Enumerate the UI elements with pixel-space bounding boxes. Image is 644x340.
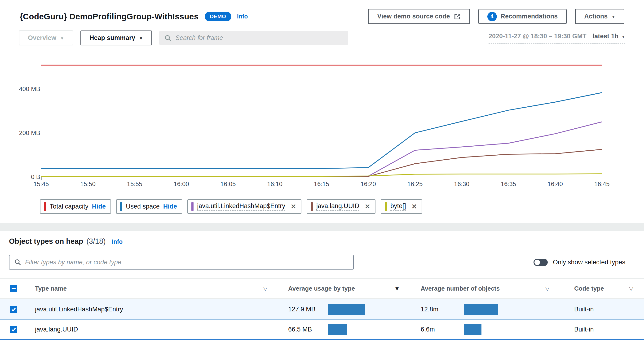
legend-swatch — [44, 202, 46, 211]
column-header-code-type[interactable]: Code type — [574, 285, 604, 292]
table-row[interactable]: java.lang.UUID 66.5 MB 6.6m Built-in — [0, 320, 644, 340]
legend-chip-used-space: Used space Hide — [116, 199, 182, 214]
chart-toolbar: Overview ▼ Heap summary ▼ 2020-11-27 @ 1… — [0, 24, 644, 45]
series-line — [41, 174, 602, 176]
search-icon — [14, 259, 21, 266]
row-checkbox[interactable] — [10, 326, 17, 333]
caret-down-icon: ▼ — [139, 36, 143, 40]
remove-series-icon[interactable]: ✕ — [364, 203, 370, 210]
toggle-label: Only show selected types — [553, 259, 625, 266]
x-tick-label: 15:55 — [119, 180, 150, 188]
x-tick-label: 15:45 — [26, 180, 56, 188]
usage-bar — [328, 304, 365, 315]
time-preset-dropdown[interactable]: latest 1h ▼ — [593, 33, 625, 40]
usage-value: 127.9 MB — [288, 306, 328, 313]
page-header: {CodeGuru} DemoProfilingGroup-WithIssues… — [0, 0, 644, 24]
x-tick-label: 16:05 — [213, 180, 244, 188]
legend-label[interactable]: byte[] — [390, 202, 406, 211]
section-title: Object types on heap — [9, 237, 83, 246]
x-tick-label: 16:15 — [306, 180, 337, 188]
code-type-cell: Built-in — [574, 326, 594, 333]
column-header-average-usage[interactable]: Average usage by type — [288, 285, 355, 292]
selected-count: (3/18) — [86, 237, 106, 246]
codeguru-profiler-page: {CodeGuru} DemoProfilingGroup-WithIssues… — [0, 0, 644, 340]
chart-legend: Total capacity Hide Used space Hide java… — [40, 199, 422, 214]
sort-icon[interactable]: ▽ — [629, 286, 633, 292]
x-tick-label: 16:25 — [400, 180, 430, 188]
view-demo-source-button[interactable]: View demo source code — [368, 9, 470, 24]
column-header-average-objects[interactable]: Average number of objects — [421, 285, 500, 292]
remove-series-icon[interactable]: ✕ — [412, 203, 417, 210]
type-name-cell: java.util.LinkedHashMap$Entry — [35, 306, 123, 313]
only-selected-toggle[interactable] — [534, 259, 548, 266]
actions-button[interactable]: Actions ▼ — [575, 9, 624, 24]
check-icon — [10, 326, 17, 333]
only-selected-toggle-group: Only show selected types — [534, 255, 625, 270]
object-types-section-header: Object types on heap (3/18) Info — [9, 237, 122, 246]
object-types-table: Type name ▽ Average usage by type ▼ Aver… — [0, 278, 644, 340]
frame-search-box[interactable] — [159, 31, 348, 45]
table-header-row: Type name ▽ Average usage by type ▼ Aver… — [0, 278, 644, 299]
x-tick-label: 16:40 — [540, 180, 571, 188]
hide-series-link[interactable]: Hide — [92, 203, 106, 210]
y-tick-label: 400 MB — [19, 85, 40, 93]
check-icon — [10, 306, 17, 313]
x-tick-label: 16:20 — [353, 180, 384, 188]
time-range-control[interactable]: 2020-11-27 @ 18:30 – 19:30 GMT latest 1h… — [488, 33, 625, 43]
header-info-link[interactable]: Info — [237, 13, 248, 20]
series-line — [41, 149, 602, 177]
x-tick-label: 16:35 — [493, 180, 524, 188]
type-filter-input[interactable] — [25, 259, 348, 266]
legend-swatch — [311, 202, 313, 211]
legend-swatch — [385, 202, 387, 211]
legend-chip-linkedhashmap-entry: java.util.LinkedHashMap$Entry ✕ — [188, 199, 302, 214]
recommendations-label: Recommendations — [501, 13, 558, 20]
x-tick-label: 16:00 — [166, 180, 197, 188]
type-filter-box[interactable] — [9, 255, 354, 270]
table-row[interactable]: java.util.LinkedHashMap$Entry 127.9 MB 1… — [0, 299, 644, 320]
view-demo-source-label: View demo source code — [377, 13, 450, 20]
type-name-cell: java.lang.UUID — [35, 326, 78, 333]
view-mode-dropdown[interactable]: Heap summary ▼ — [80, 30, 152, 45]
frame-search-input[interactable] — [175, 34, 343, 42]
section-info-link[interactable]: Info — [112, 238, 123, 245]
hide-series-link[interactable]: Hide — [163, 203, 177, 210]
section-divider — [0, 223, 644, 231]
toggle-knob — [534, 260, 540, 265]
select-all-checkbox[interactable] — [10, 285, 17, 292]
usage-value: 66.5 MB — [288, 326, 328, 333]
time-preset-label: latest 1h — [593, 33, 619, 40]
x-tick-label: 16:30 — [446, 180, 477, 188]
remove-series-icon[interactable]: ✕ — [290, 203, 296, 210]
row-checkbox[interactable] — [10, 306, 17, 313]
recommendations-button[interactable]: 4 Recommendations — [478, 9, 567, 24]
sort-icon[interactable]: ▽ — [263, 286, 267, 292]
x-tick-label: 15:50 — [73, 180, 104, 188]
y-tick-label: 0 B — [31, 173, 40, 181]
legend-chip-byte-array: byte[] ✕ — [381, 199, 422, 214]
actions-label: Actions — [584, 13, 608, 20]
objects-bar — [464, 304, 498, 315]
legend-chip-uuid: java.lang.UUID ✕ — [306, 199, 376, 214]
caret-down-icon: ▼ — [621, 35, 625, 39]
code-type-cell: Built-in — [574, 306, 594, 313]
sort-icon[interactable]: ▽ — [545, 286, 549, 292]
caret-down-icon: ▼ — [60, 36, 64, 40]
indeterminate-icon — [12, 288, 16, 289]
legend-label[interactable]: java.lang.UUID — [316, 202, 360, 211]
sort-desc-icon[interactable]: ▼ — [394, 285, 400, 292]
legend-label[interactable]: java.util.LinkedHashMap$Entry — [197, 202, 285, 211]
x-tick-label: 16:10 — [260, 180, 290, 188]
view-mode-label: Heap summary — [90, 34, 135, 42]
series-line — [41, 93, 602, 169]
time-range-label: 2020-11-27 @ 18:30 – 19:30 GMT — [488, 33, 586, 40]
column-header-type-name[interactable]: Type name — [35, 285, 67, 292]
page-title: {CodeGuru} DemoProfilingGroup-WithIssues — [20, 12, 198, 21]
objects-value: 6.6m — [421, 326, 464, 333]
objects-value: 12.8m — [421, 306, 464, 313]
recommendations-count-badge: 4 — [488, 12, 497, 21]
legend-swatch — [120, 202, 122, 211]
legend-chip-total-capacity: Total capacity Hide — [40, 199, 111, 214]
heap-summary-chart-canvas[interactable] — [41, 54, 602, 180]
external-link-icon — [454, 13, 461, 20]
